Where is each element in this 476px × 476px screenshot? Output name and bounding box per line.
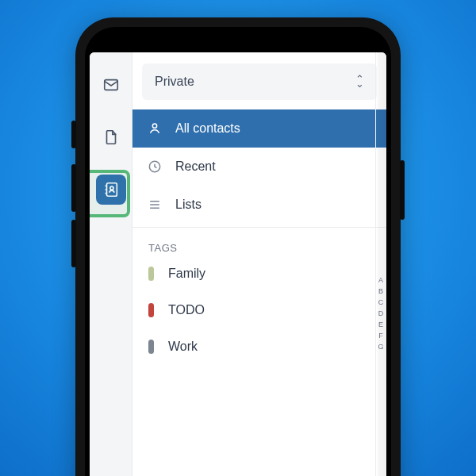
menu-label: All contacts xyxy=(175,121,240,136)
tag-todo[interactable]: TODO xyxy=(132,292,386,328)
file-icon xyxy=(102,129,120,146)
chevron-updown-icon: ⌃⌄ xyxy=(355,77,364,86)
menu-label: Recent xyxy=(175,159,216,174)
tag-color-icon xyxy=(148,340,154,354)
address-book-icon xyxy=(102,181,120,198)
alpha-index: A B C D E F G xyxy=(377,274,385,352)
svg-point-3 xyxy=(152,124,156,128)
svg-point-2 xyxy=(109,186,113,190)
background-list-sliver: A B C D E F G xyxy=(375,52,386,476)
menu-lists[interactable]: Lists xyxy=(132,186,386,224)
menu-label: Lists xyxy=(175,198,202,212)
phone-side-button xyxy=(71,220,76,267)
phone-frame: Private ⌃⌄ All contacts xyxy=(75,17,401,476)
contacts-panel: Private ⌃⌄ All contacts xyxy=(132,52,386,476)
nav-rail xyxy=(90,52,132,476)
mail-icon xyxy=(102,76,120,94)
phone-side-button xyxy=(71,121,76,148)
addressbook-dropdown[interactable]: Private ⌃⌄ xyxy=(142,63,377,100)
list-icon xyxy=(147,197,163,213)
app-screen: Private ⌃⌄ All contacts xyxy=(90,52,386,476)
nav-files[interactable] xyxy=(96,122,126,152)
phone-side-button xyxy=(71,164,76,212)
tag-label: TODO xyxy=(168,303,205,317)
tag-label: Family xyxy=(168,267,205,281)
clock-icon xyxy=(147,159,163,175)
menu-recent[interactable]: Recent xyxy=(132,148,386,186)
tag-color-icon xyxy=(148,267,154,281)
tags-section-label: TAGS xyxy=(132,228,386,255)
nav-mail[interactable] xyxy=(96,70,126,100)
nav-contacts[interactable] xyxy=(96,175,126,205)
tag-family[interactable]: Family xyxy=(132,255,386,292)
tag-label: Work xyxy=(168,340,198,354)
phone-side-button xyxy=(400,160,405,220)
menu-all-contacts[interactable]: All contacts xyxy=(132,109,386,148)
tag-work[interactable]: Work xyxy=(132,328,386,365)
tag-color-icon xyxy=(148,303,154,317)
phone-notch xyxy=(171,27,305,49)
dropdown-selected-label: Private xyxy=(155,75,194,89)
person-icon xyxy=(147,121,163,136)
